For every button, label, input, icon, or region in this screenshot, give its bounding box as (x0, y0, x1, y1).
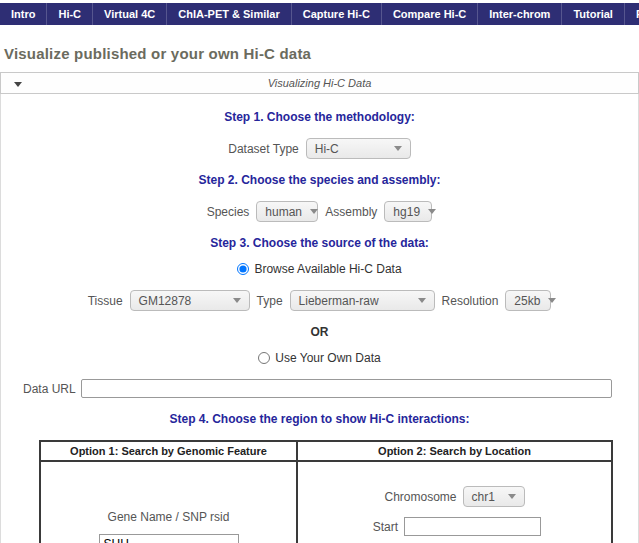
option1-cell: Gene Name / SNP rsid Visualize Interacti… (40, 461, 297, 543)
top-nav: Intro Hi-C Virtual 4C ChIA-PET & Similar… (0, 3, 639, 25)
gene-name-label: Gene Name / SNP rsid (108, 510, 230, 524)
step1-heading: Step 1. Choose the methodology: (1, 110, 638, 124)
nav-tab-intro[interactable]: Intro (0, 3, 47, 25)
option1-header: Option 1: Search by Genomic Feature (40, 441, 297, 461)
dataset-type-value: Hi-C (315, 142, 339, 156)
tissue-label: Tissue (88, 294, 123, 308)
chromosome-label: Chromosome (384, 490, 456, 504)
use-own-data-radio[interactable] (258, 352, 270, 364)
use-own-data-label: Use Your Own Data (275, 351, 380, 365)
nav-tab-chia-pet[interactable]: ChIA-PET & Similar (167, 3, 291, 25)
chevron-down-icon (418, 298, 426, 303)
resolution-label: Resolution (442, 294, 499, 308)
nav-tab-virtual-4c[interactable]: Virtual 4C (93, 3, 167, 25)
species-label: Species (207, 205, 250, 219)
nav-tab-capture-hic[interactable]: Capture Hi-C (292, 3, 382, 25)
nav-tab-hic[interactable]: Hi-C (47, 3, 93, 25)
tissue-value: GM12878 (139, 294, 192, 308)
type-dropdown[interactable]: Lieberman-raw (290, 290, 435, 311)
tissue-dropdown[interactable]: GM12878 (130, 290, 250, 311)
chromosome-dropdown[interactable]: chr1 (463, 486, 525, 507)
gene-name-input[interactable] (99, 534, 239, 543)
page-title: Visualize published or your own Hi-C dat… (4, 45, 639, 62)
browse-available-label: Browse Available Hi-C Data (254, 262, 401, 276)
assembly-dropdown[interactable]: hg19 (384, 201, 432, 222)
dataset-type-label: Dataset Type (228, 142, 299, 156)
nav-tab-compare-hic[interactable]: Compare Hi-C (382, 3, 478, 25)
step2-heading: Step 2. Choose the species and assembly: (1, 173, 638, 187)
option2-header: Option 2: Search by Location (297, 441, 612, 461)
resolution-value: 25kb (514, 294, 540, 308)
option2-cell: Chromosome chr1 Start End Visu (297, 461, 612, 543)
assembly-label: Assembly (325, 205, 377, 219)
resolution-dropdown[interactable]: 25kb (505, 290, 551, 311)
type-label: Type (257, 294, 283, 308)
browse-available-radio[interactable] (237, 263, 249, 275)
chevron-down-icon (548, 298, 556, 303)
step4-heading: Step 4. Choose the region to show Hi-C i… (1, 412, 638, 426)
collapse-caret-icon[interactable] (14, 82, 22, 87)
or-separator: OR (1, 325, 638, 339)
chevron-down-icon (233, 298, 241, 303)
species-dropdown[interactable]: human (256, 201, 318, 222)
chevron-down-icon (428, 209, 436, 214)
data-url-input[interactable] (81, 379, 612, 398)
start-input[interactable] (404, 517, 541, 536)
dataset-type-dropdown[interactable]: Hi-C (306, 138, 411, 159)
nav-tab-inter-chrom[interactable]: Inter-chrom (478, 3, 562, 25)
panel-body: Step 1. Choose the methodology: Dataset … (0, 94, 639, 543)
chevron-down-icon (394, 146, 402, 151)
accordion-title: Visualizing Hi-C Data (268, 77, 372, 89)
chevron-down-icon (508, 494, 516, 499)
nav-tab-tutorial[interactable]: Tutorial (562, 3, 625, 25)
chevron-down-icon (310, 209, 318, 214)
species-value: human (265, 205, 302, 219)
accordion-header[interactable]: Visualizing Hi-C Data (0, 72, 639, 94)
start-label: Start (368, 520, 398, 534)
nav-tab-resource[interactable]: Resource (625, 3, 639, 25)
chromosome-value: chr1 (472, 490, 495, 504)
step3-heading: Step 3. Choose the source of the data: (1, 236, 638, 250)
data-url-label: Data URL (23, 382, 76, 396)
type-value: Lieberman-raw (299, 294, 379, 308)
assembly-value: hg19 (393, 205, 420, 219)
search-options-table: Option 1: Search by Genomic Feature Opti… (39, 440, 613, 543)
